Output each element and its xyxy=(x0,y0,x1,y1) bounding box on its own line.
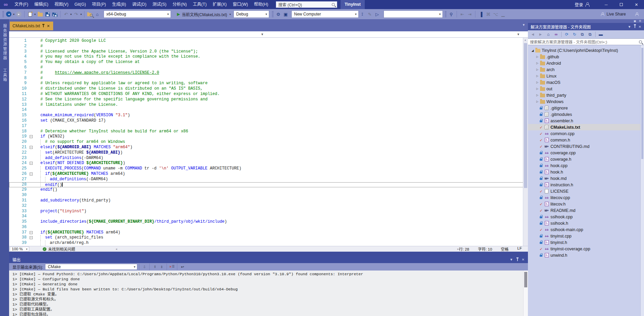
collapsed-arrow-icon[interactable]: ▷ xyxy=(535,55,539,58)
collapsed-arrow-icon[interactable]: ▷ xyxy=(535,74,539,77)
fold-gutter[interactable] xyxy=(29,187,34,193)
layout-icon[interactable]: ▣ xyxy=(634,20,636,23)
code-line[interactable]: 21−elseif(${ANDROID_ABI} MATCHES "arm64"… xyxy=(9,145,528,150)
collapsed-arrow-icon[interactable]: ▷ xyxy=(535,94,539,97)
remote-debugger-icon[interactable]: ⟟ xyxy=(359,10,366,18)
code-line[interactable]: 10# distributed under the License is dis… xyxy=(9,86,528,92)
fold-gutter[interactable] xyxy=(29,97,34,102)
fold-gutter[interactable] xyxy=(29,38,34,44)
fold-gutter[interactable]: − xyxy=(29,145,34,150)
menu-item[interactable]: 窗口(W) xyxy=(230,0,251,9)
forward-icon[interactable]: ► xyxy=(537,31,544,38)
tree-item[interactable]: htinyinst.h xyxy=(528,239,644,246)
output-source-dropdown[interactable]: CMake ▼ xyxy=(45,264,137,270)
navigation-bar[interactable]: ▼ ▼ xyxy=(9,31,528,38)
indent-increase-icon[interactable]: ⇥ xyxy=(466,10,473,18)
code-line[interactable]: 15cmake_minimum_required(VERSION "3.1") xyxy=(9,113,528,118)
toolbar-overflow-icon[interactable]: ▁ xyxy=(499,10,507,18)
tree-item[interactable]: ✓M+README.md xyxy=(528,207,644,214)
word-wrap-icon[interactable]: ↩ xyxy=(179,264,186,270)
pin-icon[interactable] xyxy=(517,258,518,261)
close-icon[interactable]: ✕ xyxy=(522,258,525,261)
code-line[interactable]: 32 xyxy=(9,203,528,209)
home-icon[interactable]: ⌂ xyxy=(545,31,552,38)
collapsed-arrow-icon[interactable]: ▷ xyxy=(535,81,539,84)
document-health-indicator[interactable]: ✓ 未找到相关问题 xyxy=(43,246,75,252)
tree-item[interactable]: ++hook.cpp xyxy=(528,162,644,169)
fold-gutter[interactable]: − xyxy=(29,134,34,139)
tab-list-dropdown-icon[interactable]: ▼ xyxy=(522,23,525,27)
switch-views-icon[interactable]: ∞ xyxy=(552,31,560,38)
code-line[interactable]: 4# you may not use this file except in c… xyxy=(9,54,528,60)
tree-item[interactable]: M+hook.md xyxy=(528,175,644,182)
tree-item[interactable]: ▷out xyxy=(528,86,644,92)
tab-close-icon[interactable]: ✕ xyxy=(46,24,50,28)
minimize-button[interactable]: ─ xyxy=(599,0,614,9)
tree-item[interactable]: hunwind.h xyxy=(528,252,644,258)
fold-gutter[interactable] xyxy=(29,182,34,188)
tree-item[interactable]: hcoverage.h xyxy=(528,156,644,162)
hscroll-left-icon[interactable]: ◂ xyxy=(116,247,117,251)
fold-gutter[interactable] xyxy=(29,139,34,145)
show-all-files-icon[interactable]: ⧉ xyxy=(579,31,586,38)
code-line[interactable]: 34 xyxy=(9,214,528,219)
fold-gutter[interactable] xyxy=(29,107,34,113)
panel-splitter[interactable] xyxy=(9,252,528,256)
uncomment-icon[interactable]: ⌥ xyxy=(492,10,499,18)
code-line[interactable]: 38−set (arch_specific_files xyxy=(9,235,528,241)
code-line[interactable]: 2# xyxy=(9,44,528,49)
comment-icon[interactable]: ⌘ xyxy=(485,10,492,18)
fold-gutter[interactable] xyxy=(29,92,34,97)
nav-scope-dropdown-icon[interactable]: ▼ xyxy=(261,33,264,36)
fold-gutter[interactable] xyxy=(29,44,34,49)
code-line[interactable]: 11# WITHOUT WARRANTIES OR CONDITIONS OF … xyxy=(9,92,528,97)
window-position-dropdown-icon[interactable]: ▼ xyxy=(628,25,631,29)
fold-gutter[interactable] xyxy=(29,70,34,76)
solution-search-box[interactable]: 搜索解决方案资源管理器 - 文件夹视图(Ctrl+;) xyxy=(528,38,644,45)
explorer-scrollbar[interactable] xyxy=(640,45,644,316)
code-line[interactable]: 5# You may obtain a copy of the License … xyxy=(9,60,528,65)
menu-item[interactable]: 生成(B) xyxy=(109,0,129,9)
fold-gutter[interactable] xyxy=(29,76,34,81)
output-scrollbar[interactable] xyxy=(523,271,528,316)
collapsed-arrow-icon[interactable]: ▷ xyxy=(535,62,539,65)
code-line[interactable]: 29endif() xyxy=(9,187,528,193)
collapse-region-icon[interactable]: − xyxy=(30,146,33,149)
code-line[interactable]: 39arch/arm64/reg.h xyxy=(9,241,528,246)
save-all-button[interactable] xyxy=(51,10,59,18)
debug-target-options-icon[interactable]: ⚙ xyxy=(275,10,282,18)
tree-item[interactable]: hhook.h xyxy=(528,169,644,175)
fold-gutter[interactable] xyxy=(29,54,34,60)
scrollbar-thumb[interactable] xyxy=(524,43,527,188)
fold-gutter[interactable] xyxy=(29,203,34,209)
tree-item[interactable]: hinstruction.h xyxy=(528,182,644,188)
tree-item[interactable]: ✓CMakeLists.txt xyxy=(528,124,644,130)
tree-item[interactable]: ▷third_party xyxy=(528,92,644,98)
code-line[interactable]: 9# Unless required by applicable law or … xyxy=(9,81,528,86)
code-line[interactable]: 35include_directories(${CMAKE_CURRENT_BI… xyxy=(9,219,528,225)
tree-item[interactable]: ✓hcommon.h xyxy=(528,137,644,143)
tree-item[interactable]: ++sslhook.cpp xyxy=(528,214,644,220)
menu-item[interactable]: 调试(D) xyxy=(129,0,149,9)
debug-mode-dropdown[interactable]: Debug ▼ xyxy=(234,10,269,18)
attach-to-process-icon[interactable]: ⚲ xyxy=(448,10,455,18)
code-line[interactable]: 28endif() xyxy=(9,182,528,188)
close-button[interactable]: ✕ xyxy=(629,0,644,9)
code-line[interactable]: 7# https://www.apache.org/licenses/LICEN… xyxy=(9,70,528,76)
fold-gutter[interactable] xyxy=(29,214,34,219)
menu-item[interactable]: 项目(P) xyxy=(89,0,109,9)
tree-item[interactable]: ▷.github xyxy=(528,54,644,60)
fold-gutter[interactable] xyxy=(29,81,34,86)
fold-gutter[interactable] xyxy=(29,177,34,182)
maximize-button[interactable] xyxy=(614,0,629,9)
close-icon[interactable]: ✕ xyxy=(639,25,641,29)
fold-gutter[interactable] xyxy=(29,166,34,171)
code-line[interactable]: 8# xyxy=(9,76,528,81)
output-log[interactable]: 1> [CMake] — Found Python3: C:/Users/joh… xyxy=(9,271,528,316)
menu-item[interactable]: Git(G) xyxy=(71,0,89,9)
quick-search-box[interactable]: 搜索 (Ctrl+Q) xyxy=(276,1,337,8)
code-line[interactable]: 6# xyxy=(9,65,528,70)
tab-cmakelists[interactable]: CMakeLists.txt ✕ xyxy=(10,22,53,30)
clear-all-icon[interactable] xyxy=(169,264,175,270)
fold-gutter[interactable] xyxy=(29,225,34,230)
